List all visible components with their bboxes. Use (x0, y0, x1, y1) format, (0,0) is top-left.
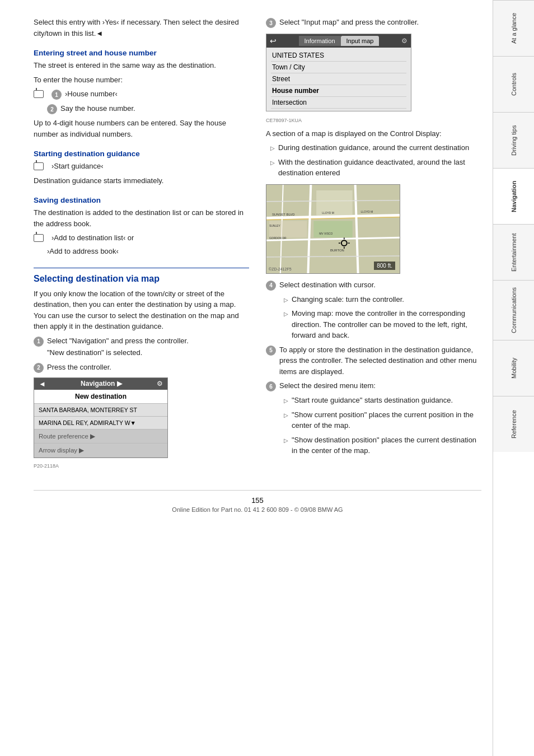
right-step6-text: Select the desired menu item: (279, 380, 481, 391)
nav-settings-icon: ⚙ (157, 380, 163, 388)
ui-settings-icon: ⚙ (401, 37, 407, 45)
step4-bullets: ▷ Changing scale: turn the controller. ▷… (279, 294, 481, 341)
svg-text:LLOYD M: LLOYD M (322, 211, 334, 214)
start-guidance-text: ›Start guidance‹ (51, 161, 249, 172)
controller-icon-3 (34, 232, 46, 244)
left-column: Select this entry with ›Yes‹ if necessar… (34, 17, 249, 473)
map-bullet-1: ▷ During destination guidance, around th… (270, 142, 481, 153)
map-image: SUNSET BLVD LLOYD M LLOYD M MV VISCO SUN… (266, 184, 400, 274)
controller-icon-1 (34, 88, 46, 100)
via-map-step2-text: Press the controller. (47, 362, 249, 373)
ui-row-country: UNITED STATES (271, 50, 406, 62)
nav-row-arrow-display: Arrow display ▶ (34, 444, 167, 458)
sidebar-tab-driving-tips[interactable]: Driving tips (493, 112, 534, 168)
right-step-num-3: 3 (266, 18, 276, 28)
right-step4-text: Select destination with cursor. (279, 279, 481, 291)
tri-bullet-4-1: ▷ (284, 296, 288, 304)
map-bullet-2: ▷ With the destination guidance deactiva… (270, 157, 481, 179)
saving-option1: ›Add to destination list‹ or (34, 232, 249, 244)
nav-screenshot-label: P20-2118A (34, 463, 249, 470)
sidebar-tab-reference[interactable]: Reference (493, 396, 534, 452)
right-step3-text: Select "Input map" and press the control… (279, 17, 481, 28)
starting-guidance-step: ›Start guidance‹ (34, 161, 249, 172)
ui-body: UNITED STATES Town / City Street House n… (266, 48, 411, 111)
ui-row-house-number: House number (271, 85, 406, 97)
entering-street-para2: To enter the house number: (34, 74, 249, 86)
entering-street-para3: Up to 4-digit house numbers can be enter… (34, 118, 249, 139)
ui-tab-input-map: Input map (341, 36, 380, 46)
step4-bullet-2: ▷ Moving map: move the controller in the… (284, 308, 481, 341)
nav-header: ◄ Navigation ▶ ⚙ (34, 378, 167, 390)
footer-text: Online Edition for Part no. 01 41 2 600 … (34, 506, 481, 513)
tri-bullet-4-2: ▷ (284, 310, 288, 318)
ui-screenshot-label: CE78097-1KUA (266, 117, 481, 125)
sidebar-tab-entertainment[interactable]: Entertainment (493, 224, 534, 280)
saving-dest-para1: The destination is added to the destinat… (34, 207, 249, 229)
ui-row-town-city: Town / City (271, 62, 406, 73)
svg-text:LLOYD M: LLOYD M (361, 210, 373, 213)
svg-text:BURTON: BURTON (330, 248, 344, 251)
sidebar-tab-communications[interactable]: Communications (493, 280, 534, 340)
right-step-num-6: 6 (266, 381, 276, 391)
section-heading-starting: Starting destination guidance (34, 150, 249, 158)
step6-bullets: ▷ "Start route guidance" starts destinat… (279, 395, 481, 456)
right-step6: 6 Select the desired menu item: (266, 380, 481, 391)
via-map-step1-text: Select "Navigation" and press the contro… (47, 335, 249, 358)
selecting-via-map-intro: If you only know the location of the tow… (34, 288, 249, 332)
map-copyright: ©ZD-2412F5 (269, 267, 292, 271)
ui-tabs: Information Input map (299, 36, 380, 46)
ui-tab-information: Information (299, 36, 341, 46)
ctrl-box-icon-2 (34, 162, 44, 170)
nav-row-route-pref: Route preference ▶ (34, 430, 167, 444)
step6-bullet-2: ▷ "Show current position" places the cur… (284, 409, 481, 431)
save-option1-text: ›Add to destination list‹ or (51, 232, 249, 244)
ui-header: ↩ Information Input map ⚙ (266, 34, 411, 48)
tri-bullet-1: ▷ (270, 144, 275, 152)
entering-street-para1: The street is entered in the same way as… (34, 60, 249, 71)
tri-bullet-2: ▷ (270, 158, 275, 167)
step-1-text: ›House number‹ (65, 88, 249, 100)
main-content: Select this entry with ›Yes‹ if necessar… (0, 0, 493, 756)
step-num-1: 1 (51, 90, 62, 100)
step-num-2: 2 (47, 104, 57, 114)
svg-text:GORDON DR: GORDON DR (269, 237, 287, 240)
svg-text:SUNLEY: SUNLEY (269, 225, 280, 227)
via-map-step-num-1: 1 (34, 337, 44, 347)
sidebar-tab-mobility[interactable]: Mobility (493, 340, 534, 396)
svg-text:MV VISCO: MV VISCO (319, 232, 332, 235)
page-footer: 155 Online Edition for Part no. 01 41 2 … (34, 490, 481, 513)
step6-bullet-1: ▷ "Start route guidance" starts destinat… (284, 395, 481, 406)
step6-bullet-1-text: "Start route guidance" starts destinatio… (292, 395, 453, 406)
page-number: 155 (34, 496, 481, 505)
nav-row-new-dest: New destination (34, 390, 167, 404)
entering-street-step1: 1 ›House number‹ (34, 88, 249, 100)
controller-icon-2 (34, 161, 46, 172)
saving-option2: ›Add to address book‹ (47, 247, 249, 255)
right-step5: 5 To apply or store the destination in t… (266, 344, 481, 377)
right-step3: 3 Select "Input map" and press the contr… (266, 17, 481, 28)
map-description-text: A section of a map is displayed on the C… (266, 128, 481, 139)
via-map-step-num-2: 2 (34, 363, 44, 373)
sidebar-tab-controls[interactable]: Controls (493, 56, 534, 112)
map-svg: SUNSET BLVD LLOYD M LLOYD M MV VISCO SUN… (266, 185, 400, 274)
intro-text: Select this entry with ›Yes‹ if necessar… (34, 17, 249, 39)
nav-ui-screenshot: ◄ Navigation ▶ ⚙ New destination SANTA B… (34, 377, 168, 458)
tri-bullet-6-3: ▷ (284, 436, 288, 445)
step4-bullet-1: ▷ Changing scale: turn the controller. (284, 294, 481, 305)
right-column: 3 Select "Input map" and press the contr… (266, 17, 481, 473)
map-distance-label: 800 ft. (374, 262, 395, 270)
svg-rect-11 (269, 221, 307, 237)
sidebar-tab-at-a-glance[interactable]: At a glance (493, 0, 534, 56)
step4-bullet-2-text: Moving map: move the controller in the c… (292, 308, 481, 341)
right-step4: 4 Select destination with cursor. (266, 279, 481, 291)
input-map-ui: ↩ Information Input map ⚙ UNITED STATES … (266, 34, 411, 111)
via-map-step2: 2 Press the controller. (34, 362, 249, 373)
ui-back-btn: ↩ (270, 36, 277, 45)
tri-bullet-6-2: ▷ (284, 411, 288, 419)
right-step5-text: To apply or store the destination in the… (279, 344, 481, 377)
nav-row-marina-del-rey: MARINA DEL REY, ADMIRALTY W▼ (34, 417, 167, 430)
sidebar-tab-navigation[interactable]: Navigation (493, 168, 534, 224)
step-2-text: Say the house number. (60, 103, 249, 114)
ui-row-street: Street (271, 73, 406, 85)
nav-title: Navigation ▶ (81, 380, 122, 388)
